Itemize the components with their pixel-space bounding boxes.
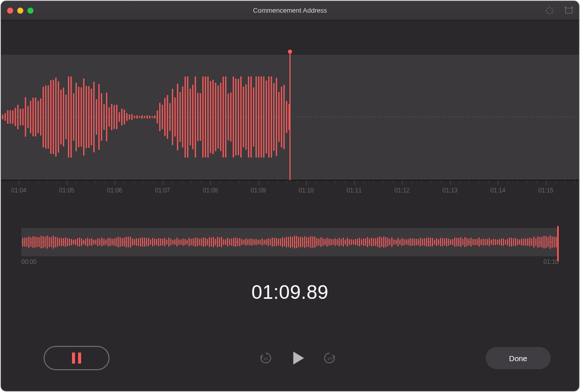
svg-rect-376 [548, 237, 549, 247]
svg-rect-279 [351, 240, 352, 245]
svg-rect-220 [231, 239, 232, 246]
svg-rect-187 [164, 238, 165, 246]
svg-rect-58 [144, 116, 146, 118]
skip-back-15-button[interactable]: 15 [259, 351, 273, 365]
svg-rect-223 [237, 238, 238, 246]
svg-rect-323 [440, 238, 441, 246]
svg-rect-343 [481, 239, 482, 245]
svg-rect-56 [139, 116, 140, 117]
svg-rect-322 [438, 239, 439, 245]
svg-rect-358 [511, 238, 512, 247]
svg-rect-112 [281, 87, 282, 147]
waveform-panel [1, 55, 579, 179]
svg-rect-88 [220, 83, 222, 151]
svg-rect-341 [477, 239, 478, 245]
done-button[interactable]: Done [486, 347, 551, 369]
svg-rect-342 [479, 238, 480, 247]
svg-rect-319 [432, 238, 433, 247]
svg-rect-207 [205, 238, 206, 247]
overview-area: 00:00 01:10 [1, 202, 579, 265]
svg-rect-363 [521, 239, 522, 246]
svg-rect-148 [85, 239, 86, 245]
svg-rect-57 [141, 115, 143, 119]
playhead[interactable] [289, 52, 291, 182]
svg-rect-29 [70, 76, 72, 158]
svg-rect-208 [207, 239, 208, 246]
svg-rect-62 [154, 115, 156, 119]
svg-rect-221 [233, 238, 234, 247]
svg-rect-245 [282, 237, 283, 247]
svg-rect-13 [30, 101, 31, 133]
play-button[interactable] [289, 349, 306, 367]
svg-rect-377 [550, 236, 551, 249]
svg-rect-373 [541, 237, 542, 248]
svg-rect-111 [278, 92, 280, 142]
svg-rect-73 [182, 87, 184, 148]
pause-record-button[interactable] [44, 346, 110, 370]
svg-rect-103 [258, 76, 260, 158]
svg-rect-55 [136, 115, 138, 119]
overview-waveform[interactable] [21, 228, 559, 256]
svg-rect-172 [134, 239, 135, 245]
svg-rect-86 [215, 83, 216, 151]
svg-rect-331 [456, 238, 457, 247]
ruler-tick-label: 01:13 [442, 187, 457, 194]
svg-rect-98 [245, 84, 247, 149]
svg-rect-318 [430, 238, 431, 246]
svg-rect-125 [39, 237, 40, 247]
svg-rect-329 [452, 239, 453, 245]
svg-rect-379 [554, 237, 555, 247]
svg-rect-154 [97, 238, 98, 246]
svg-rect-96 [240, 76, 242, 158]
svg-rect-335 [464, 237, 465, 247]
maximize-window-button[interactable] [27, 8, 33, 14]
svg-rect-339 [473, 239, 474, 245]
main-waveform-area[interactable] [1, 20, 579, 180]
svg-rect-78 [195, 76, 196, 158]
svg-rect-67 [167, 95, 168, 139]
svg-rect-113 [283, 85, 285, 149]
svg-rect-189 [168, 238, 169, 247]
enhance-icon[interactable] [545, 6, 555, 16]
svg-rect-287 [367, 237, 368, 247]
skip-forward-15-button[interactable]: 15 [322, 351, 337, 365]
svg-rect-110 [276, 78, 277, 156]
svg-rect-219 [229, 239, 230, 246]
trim-icon[interactable] [564, 6, 574, 16]
minimize-window-button[interactable] [17, 8, 23, 14]
svg-rect-273 [339, 238, 340, 246]
svg-rect-196 [183, 239, 184, 246]
svg-rect-38 [93, 82, 95, 152]
svg-rect-104 [261, 76, 262, 158]
svg-rect-198 [187, 240, 188, 244]
svg-rect-332 [458, 238, 459, 247]
traffic-lights [7, 8, 33, 14]
time-ruler[interactable]: 01:0401:0501:0601:0701:0801:0901:1001:11… [1, 180, 579, 202]
svg-rect-149 [87, 238, 88, 246]
svg-rect-213 [217, 237, 218, 247]
svg-rect-254 [300, 237, 301, 248]
svg-rect-255 [302, 238, 303, 247]
svg-rect-378 [552, 237, 553, 248]
svg-rect-170 [130, 237, 131, 247]
svg-rect-80 [200, 93, 201, 141]
svg-rect-228 [247, 239, 248, 245]
svg-rect-180 [150, 240, 151, 245]
svg-rect-99 [248, 76, 249, 158]
svg-rect-183 [156, 239, 157, 245]
svg-rect-233 [258, 240, 259, 244]
close-window-button[interactable] [7, 8, 13, 14]
svg-rect-124 [37, 237, 38, 247]
svg-rect-64 [159, 103, 161, 131]
svg-rect-66 [164, 98, 166, 136]
app-window: Commencement Address 01:0401:0501:0601:0… [1, 1, 579, 391]
svg-rect-311 [416, 239, 417, 245]
svg-rect-7 [15, 108, 16, 126]
overview-playhead[interactable] [557, 226, 559, 261]
svg-rect-203 [197, 238, 198, 246]
svg-rect-70 [174, 98, 176, 137]
svg-rect-349 [493, 239, 494, 245]
svg-rect-145 [79, 238, 80, 246]
svg-rect-270 [333, 239, 334, 245]
svg-rect-211 [213, 237, 214, 247]
